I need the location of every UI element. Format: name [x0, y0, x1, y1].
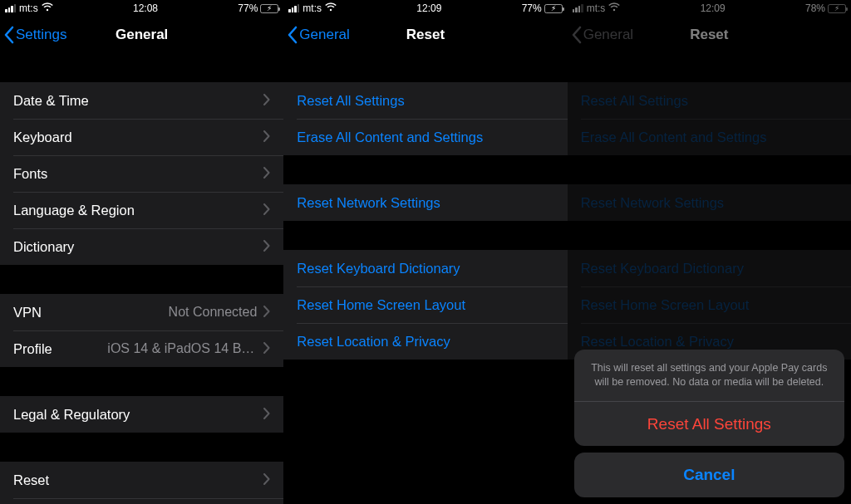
cell-label: Reset Home Screen Layout — [581, 297, 838, 313]
cell-label: Reset Keyboard Dictionary — [581, 261, 838, 276]
chevron-right-icon — [263, 203, 270, 218]
page-title: General — [116, 27, 168, 43]
cell-label: Reset Network Settings — [297, 195, 553, 211]
battery-percent: 78% — [805, 2, 825, 14]
wifi-icon — [608, 2, 620, 14]
battery-percent: 77% — [238, 2, 258, 14]
back-button: General — [571, 17, 633, 53]
chevron-right-icon — [263, 240, 270, 254]
row-reset-keyboard-dict: Reset Keyboard Dictionary — [568, 250, 851, 286]
row-reset-network: Reset Network Settings — [568, 184, 851, 221]
back-label: General — [299, 27, 349, 43]
cell-label: Language & Region — [13, 203, 263, 218]
row-profile[interactable]: ProfileiOS 14 & iPadOS 14 Beta Softwar… — [0, 330, 283, 367]
cell-label: Reset — [13, 472, 263, 488]
cell-label: Reset All Settings — [581, 93, 838, 109]
row-legal[interactable]: Legal & Regulatory — [0, 396, 283, 433]
nav-bar: General Reset — [283, 17, 567, 53]
back-button[interactable]: General — [287, 17, 349, 53]
page-title: Reset — [690, 27, 728, 43]
wifi-icon — [325, 2, 337, 14]
cell-label: Legal & Regulatory — [13, 407, 263, 423]
cell-group: Reset Keyboard DictionaryReset Home Scre… — [568, 250, 851, 360]
row-erase-all-content[interactable]: Erase All Content and Settings — [283, 119, 567, 155]
battery-icon: ⚡︎ — [828, 4, 846, 13]
page-title: Reset — [406, 27, 445, 43]
cell-group: Date & TimeKeyboardFontsLanguage & Regio… — [0, 82, 283, 265]
row-dictionary[interactable]: Dictionary — [0, 228, 283, 265]
battery-percent: 77% — [522, 2, 542, 14]
reset-list: Reset All SettingsErase All Content and … — [283, 53, 567, 360]
cell-label: Reset Keyboard Dictionary — [297, 261, 553, 276]
cell-label: Erase All Content and Settings — [297, 130, 553, 145]
cell-label: Erase All Content and Settings — [581, 130, 838, 145]
cell-group: ResetShut Down — [0, 462, 283, 504]
row-reset[interactable]: Reset — [0, 462, 283, 498]
reset-list: Reset All SettingsErase All Content and … — [568, 53, 851, 360]
row-reset-keyboard-dict[interactable]: Reset Keyboard Dictionary — [283, 250, 567, 286]
cell-group: Reset Network Settings — [568, 184, 851, 221]
cell-label: Fonts — [13, 166, 263, 182]
chevron-back-icon — [3, 26, 14, 44]
phone-reset-confirm: mt:s 12:09 78% ⚡︎ General Reset Reset Al… — [568, 0, 851, 504]
cellular-signal-icon — [573, 4, 583, 12]
action-sheet-message: This will reset all settings and your Ap… — [574, 350, 844, 401]
cancel-button[interactable]: Cancel — [574, 453, 844, 497]
row-reset-all-settings: Reset All Settings — [568, 82, 851, 119]
row-shut-down[interactable]: Shut Down — [0, 498, 283, 504]
section-gap — [568, 221, 851, 250]
section-gap — [0, 53, 283, 82]
row-reset-network[interactable]: Reset Network Settings — [283, 184, 567, 221]
section-gap — [0, 433, 283, 462]
cell-group: VPNNot ConnectedProfileiOS 14 & iPadOS 1… — [0, 294, 283, 367]
nav-bar: Settings General — [0, 17, 283, 53]
status-bar: mt:s 12:08 77% ⚡︎ — [0, 0, 283, 17]
battery-icon: ⚡︎ — [544, 4, 563, 13]
row-erase-all-content: Erase All Content and Settings — [568, 119, 851, 155]
chevron-right-icon — [263, 130, 270, 144]
section-gap — [568, 155, 851, 184]
row-reset-all-settings[interactable]: Reset All Settings — [283, 82, 567, 119]
cell-label: Dictionary — [13, 239, 263, 255]
cell-group: Reset Network Settings — [283, 184, 567, 221]
cell-label: Profile — [13, 341, 107, 357]
reset-all-settings-confirm-button[interactable]: Reset All Settings — [574, 401, 844, 446]
cell-group: Reset Keyboard DictionaryReset Home Scre… — [283, 250, 567, 360]
action-sheet: This will reset all settings and your Ap… — [574, 350, 844, 497]
carrier-label: mt:s — [303, 2, 322, 14]
section-gap — [0, 265, 283, 294]
carrier-label: mt:s — [587, 2, 606, 14]
status-bar: mt:s 12:09 77% ⚡︎ — [283, 0, 567, 17]
settings-list: Date & TimeKeyboardFontsLanguage & Regio… — [0, 53, 283, 504]
row-date-time[interactable]: Date & Time — [0, 82, 283, 119]
phone-general: mt:s 12:08 77% ⚡︎ Settings General Date … — [0, 0, 283, 504]
row-reset-location-privacy[interactable]: Reset Location & Privacy — [283, 323, 567, 360]
row-keyboard[interactable]: Keyboard — [0, 119, 283, 155]
charging-bolt-icon: ⚡︎ — [829, 4, 845, 13]
charging-bolt-icon: ⚡︎ — [545, 4, 562, 13]
chevron-right-icon — [263, 342, 270, 356]
chevron-right-icon — [263, 473, 270, 487]
cell-label: Reset Location & Privacy — [581, 334, 838, 350]
row-vpn[interactable]: VPNNot Connected — [0, 294, 283, 330]
carrier-label: mt:s — [19, 2, 38, 14]
row-reset-home-layout[interactable]: Reset Home Screen Layout — [283, 286, 567, 323]
cellular-signal-icon — [288, 4, 299, 12]
clock: 12:09 — [701, 2, 726, 14]
nav-bar: General Reset — [568, 17, 851, 53]
back-label: Settings — [16, 27, 66, 43]
chevron-right-icon — [263, 408, 270, 422]
cell-value: Not Connected — [169, 305, 258, 320]
back-button[interactable]: Settings — [3, 17, 66, 53]
chevron-right-icon — [263, 167, 270, 181]
cellular-signal-icon — [5, 4, 16, 12]
cell-group: Reset All SettingsErase All Content and … — [283, 82, 567, 155]
row-language-region[interactable]: Language & Region — [0, 192, 283, 228]
cell-group: Legal & Regulatory — [0, 396, 283, 433]
cell-label: Keyboard — [13, 130, 263, 145]
cell-group: Reset All SettingsErase All Content and … — [568, 82, 851, 155]
row-fonts[interactable]: Fonts — [0, 155, 283, 192]
cell-label: Reset Location & Privacy — [297, 334, 553, 350]
chevron-back-icon — [571, 26, 582, 44]
section-gap — [283, 221, 567, 250]
